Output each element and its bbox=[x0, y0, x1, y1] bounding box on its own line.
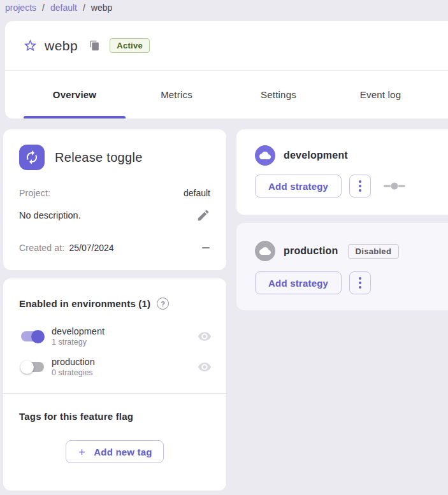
project-row: Project: default bbox=[3, 188, 226, 198]
eye-icon[interactable] bbox=[198, 360, 212, 374]
breadcrumb-current: webp bbox=[91, 3, 112, 13]
flag-type-header: Release toggle bbox=[3, 129, 226, 170]
disabled-badge: Disabled bbox=[348, 244, 400, 259]
kebab-menu-icon[interactable] bbox=[349, 175, 371, 197]
tab-settings[interactable]: Settings bbox=[228, 71, 329, 118]
panel-header: production Disabled bbox=[236, 223, 448, 261]
tab-event-log[interactable]: Event log bbox=[329, 71, 431, 118]
development-strategy-panel: development Add strategy bbox=[236, 129, 448, 215]
flag-type-label: Release toggle bbox=[55, 150, 143, 165]
kebab-menu-icon[interactable] bbox=[349, 271, 371, 294]
breadcrumb-projects[interactable]: projects bbox=[5, 3, 36, 13]
production-strategy-panel: production Disabled Add strategy bbox=[236, 223, 448, 310]
release-toggle-icon bbox=[19, 145, 45, 170]
panel-header: development bbox=[236, 129, 448, 166]
created-group: Created at: 25/07/2024 bbox=[19, 243, 114, 253]
environment-name: production bbox=[52, 357, 95, 367]
created-row: Created at: 25/07/2024 bbox=[3, 243, 226, 253]
add-new-tag-button[interactable]: Add new tag bbox=[66, 440, 164, 463]
breadcrumb-default[interactable]: default bbox=[50, 3, 77, 13]
flag-details-card: Release toggle Project: default No descr… bbox=[3, 129, 226, 270]
environment-text: production 0 strategies bbox=[52, 357, 95, 377]
tab-overview[interactable]: Overview bbox=[24, 71, 126, 118]
panel-actions: Add strategy bbox=[236, 166, 448, 197]
description-row: No description. bbox=[3, 208, 226, 222]
project-label: Project: bbox=[19, 188, 50, 198]
project-value: default bbox=[184, 188, 210, 198]
panel-environment-name: development bbox=[284, 150, 348, 161]
production-toggle[interactable] bbox=[20, 361, 45, 374]
environment-text: development 1 strategy bbox=[52, 326, 105, 347]
environment-strategy-count: 0 strategies bbox=[52, 368, 95, 377]
star-icon[interactable] bbox=[22, 38, 38, 54]
cloud-icon bbox=[255, 241, 275, 261]
description-text: No description. bbox=[19, 210, 81, 220]
environment-name: development bbox=[52, 326, 105, 336]
edit-description-icon[interactable] bbox=[196, 208, 210, 222]
page-title: webp bbox=[45, 38, 78, 54]
breadcrumb-separator: / bbox=[83, 3, 85, 13]
cloud-icon bbox=[255, 145, 275, 166]
tab-bar: Overview Metrics Settings Event log bbox=[5, 71, 448, 118]
tags-title: Tags for this feature flag bbox=[3, 394, 226, 422]
copy-icon[interactable] bbox=[89, 40, 100, 52]
development-toggle[interactable] bbox=[20, 330, 45, 343]
eye-icon[interactable] bbox=[198, 329, 212, 343]
panel-actions: Add strategy bbox=[236, 261, 448, 294]
environments-card: Enabled in environments (1) ? developmen… bbox=[3, 278, 226, 491]
add-new-tag-label: Add new tag bbox=[94, 447, 152, 457]
feature-flag-page: projects / default / webp webp Active Ov… bbox=[0, 0, 448, 495]
environment-row-development: development 1 strategy bbox=[3, 326, 226, 347]
panel-environment-name: production bbox=[284, 245, 338, 257]
connection-status-icon bbox=[384, 182, 405, 190]
environments-title: Enabled in environments (1) bbox=[19, 298, 150, 309]
collapse-icon[interactable] bbox=[201, 243, 210, 252]
created-label: Created at: bbox=[19, 243, 64, 253]
add-strategy-button[interactable]: Add strategy bbox=[255, 271, 342, 294]
header-card: webp Active Overview Metrics Settings Ev… bbox=[5, 21, 448, 118]
title-row: webp Active bbox=[5, 21, 448, 71]
tab-metrics[interactable]: Metrics bbox=[126, 71, 228, 118]
plus-icon bbox=[77, 447, 87, 457]
environment-row-production: production 0 strategies bbox=[3, 357, 226, 377]
environment-strategy-count: 1 strategy bbox=[52, 338, 105, 347]
status-badge: Active bbox=[110, 38, 150, 53]
breadcrumb-separator: / bbox=[42, 3, 45, 13]
breadcrumb: projects / default / webp bbox=[5, 1, 112, 15]
add-strategy-button[interactable]: Add strategy bbox=[255, 175, 342, 197]
help-icon[interactable]: ? bbox=[157, 298, 169, 310]
created-value: 25/07/2024 bbox=[69, 243, 113, 253]
environments-header: Enabled in environments (1) ? bbox=[3, 278, 226, 310]
